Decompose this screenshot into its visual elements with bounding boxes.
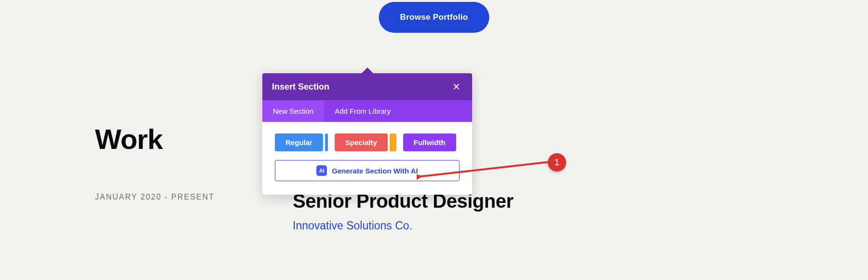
popup-body: Regular Specialty Fullwidth AI Generate … (262, 122, 472, 195)
fullwidth-section-button[interactable]: Fullwidth (403, 133, 456, 151)
specialty-section-accent (390, 133, 396, 151)
generate-ai-label: Generate Section With AI (332, 167, 418, 175)
annotation-badge: 1 (548, 153, 566, 172)
insert-section-popup: Insert Section ✕ New Section Add From Li… (262, 73, 472, 195)
popup-header: Insert Section ✕ (262, 73, 472, 100)
popup-title: Insert Section (272, 82, 329, 92)
close-button[interactable]: ✕ (450, 80, 462, 93)
popup-tabs: New Section Add From Library (262, 100, 472, 122)
tab-add-from-library[interactable]: Add From Library (324, 100, 401, 122)
tab-new-section[interactable]: New Section (262, 100, 324, 122)
ai-icon: AI (316, 165, 327, 176)
work-date-range: JANUARY 2020 - PRESENT (95, 193, 215, 201)
work-company: Innovative Solutions Co. (293, 219, 412, 232)
browse-portfolio-button[interactable]: Browse Portfolio (379, 2, 489, 33)
work-heading: Work (95, 123, 163, 155)
close-icon: ✕ (452, 81, 461, 92)
specialty-section-button[interactable]: Specialty (335, 133, 388, 151)
regular-section-button[interactable]: Regular (275, 133, 323, 151)
regular-section-accent (325, 133, 328, 151)
section-type-row: Regular Specialty Fullwidth (275, 133, 460, 151)
generate-ai-button[interactable]: AI Generate Section With AI (275, 160, 460, 181)
regular-section-group: Regular (275, 133, 328, 151)
specialty-section-group: Specialty (335, 133, 396, 151)
